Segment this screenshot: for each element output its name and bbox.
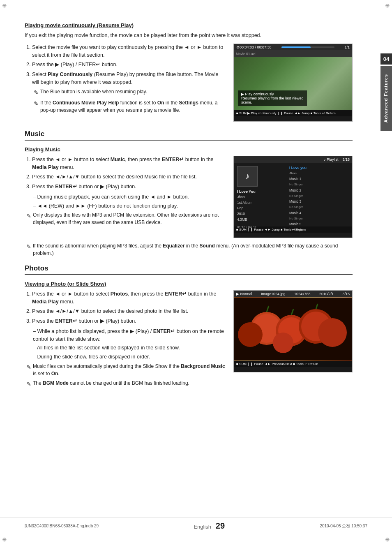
sub-bullet-item: ◄◄ (REW) and ►► (FF) buttons do not func… [33, 202, 225, 210]
step-item: Press the ▶ (Play) / ENTER↵ button. [32, 61, 225, 69]
svg-point-7 [238, 322, 263, 347]
photos-mode: ▶ Normal [236, 292, 252, 296]
note-icon: ✎ [26, 380, 31, 388]
corner-mark-bl: ⊕ [2, 536, 7, 541]
step-item: Press the ◄ or ► button to select Photos… [32, 290, 225, 306]
sub-bullet-item: All files in the file list section will … [33, 344, 225, 352]
page-number: 29 [216, 521, 225, 530]
track-info: I Love You Jhon 1st Album Pop 2010 4.3MB… [237, 189, 284, 230]
note: ✎ If the Continuous Movie Play Help func… [32, 99, 225, 114]
corner-mark-tl: ⊕ [2, 2, 7, 7]
photos-screenshot-col: ▶ Normal Image1024.jpg 1024x768 2010/2/1… [233, 290, 353, 372]
note: ✎ The Blue button is available when resu… [32, 88, 225, 97]
music-screenshot: ♪ Playlist 3/15 ♪ I Love You Jhon 1st Al… [233, 156, 353, 238]
playlist-item: Music 1No Singer [289, 176, 350, 187]
photos-toolbar-bottom: ■ SUM ❙❙ Pause ◄► Previous/Next ■ Tools … [234, 361, 352, 367]
photos-date: 2010/2/1 [319, 292, 334, 296]
movie-toolbar-top: ⚙ 00:04:03 / 00:07:38 1/1 [234, 44, 352, 51]
photos-steps-col: Press the ◄ or ► button to select Photos… [25, 290, 225, 390]
corner-mark-tr: ⊕ [385, 2, 390, 7]
music-left-pane: ♪ I Love You Jhon 1st Album Pop 2010 4.3… [234, 163, 287, 226]
svg-point-8 [318, 318, 347, 347]
step-item: Press the ENTER↵ button or ▶ (Play) butt… [32, 317, 225, 325]
step-item: Press the ENTER↵ button or ▶ (Play) butt… [32, 183, 225, 191]
note-icon: ✎ [26, 243, 31, 251]
svg-point-9 [273, 333, 293, 353]
language-label: English [194, 524, 211, 530]
footer-lang-page: English 29 [194, 521, 225, 531]
footer-file: [UN32C4000]BN68-03038A-Eng.indb 29 [25, 524, 99, 528]
footer-date: 2010-04-05 오전 10:50:37 [320, 523, 367, 529]
step-item: Press the ◄/►/▲/▼ button to select the d… [32, 173, 225, 181]
photos-sub-bullets: While a photo list is displayed, press t… [33, 328, 225, 361]
photos-steps: Press the ◄ or ► button to select Photos… [32, 290, 225, 325]
note-icon: ✎ [34, 88, 39, 97]
photos-layout: Press the ◄ or ► button to select Photos… [25, 290, 353, 390]
photos-section-title: Photos [25, 264, 353, 275]
playlist-item: I Love youJhon [289, 165, 350, 176]
photos-note-1: ✎ Music files can be automatically playe… [25, 363, 225, 377]
main-content: Playing movie continuously (Resume Play)… [25, 22, 367, 390]
music-section-title: Music [25, 130, 353, 141]
sub-bullet-item: While a photo list is displayed, press t… [33, 328, 225, 343]
photo-area [234, 297, 352, 361]
album-art: ♪ [237, 166, 258, 187]
photos-top-bar: ▶ Normal Image1024.jpg 1024x768 2010/2/1… [234, 291, 352, 297]
step-item: Select the movie file you want to play c… [32, 44, 225, 59]
resume-play-layout: Select the movie file you want to play c… [25, 44, 353, 122]
music-steps: Press the ◄ or ► button to select Music,… [32, 156, 225, 191]
side-tab-label: Advanced Features [380, 66, 392, 131]
photos-note-2: ✎ The BGM Mode cannot be changed until t… [25, 379, 225, 388]
movie-screenshot-col: ⚙ 00:04:03 / 00:07:38 1/1 Movie 01.avi ▶… [233, 44, 353, 122]
resume-play-intro: If you exit the playing movie function, … [25, 32, 353, 39]
playing-music-title: Playing Music [25, 146, 353, 153]
sub-bullet-item: During the slide show, files are display… [33, 353, 225, 361]
note-icon: ✎ [26, 212, 31, 220]
movie-video-area: ▶ Play continuously Resumes playing from… [234, 57, 352, 110]
step-item: Press the ◄/►/▲/▼ button to select the d… [32, 307, 225, 315]
page-container: ⊕ ⊕ ⊕ ⊕ 04 Advanced Features Playing mov… [0, 0, 392, 543]
note-text: Only displays the files with MP3 and PCM… [33, 211, 225, 226]
music-note-2: ✎ If the sound is abnormal when playing … [25, 242, 353, 257]
music-body: ♪ I Love You Jhon 1st Album Pop 2010 4.3… [234, 163, 352, 226]
music-sub-bullets: During music playback, you can search us… [33, 193, 225, 210]
resume-play-steps-col: Select the movie file you want to play c… [25, 44, 225, 116]
sub-bullet-item: During music playback, you can search us… [33, 193, 225, 201]
photos-resolution: 1024x768 [294, 292, 311, 296]
corner-mark-br: ⊕ [385, 536, 390, 541]
music-screenshot-col: ♪ Playlist 3/15 ♪ I Love You Jhon 1st Al… [233, 156, 353, 238]
movie-icon: ⚙ [236, 45, 240, 49]
resume-play-title: Playing movie continuously (Resume Play) [25, 22, 353, 28]
playlist-header-label: ♪ Playlist 3/15 [324, 157, 350, 162]
step-item: Select Play Continuously (Resume Play) b… [32, 71, 225, 114]
playlist-item: Music 4No Singer [289, 210, 350, 222]
playlist: I Love youJhonMusic 1No SingerMusic 2No … [289, 165, 350, 233]
music-top-bar: ♪ Playlist 3/15 [234, 156, 352, 163]
music-right-pane: I Love youJhonMusic 1No SingerMusic 2No … [287, 163, 352, 226]
note-icon: ✎ [34, 99, 39, 108]
note-text: If the sound is abnormal when playing MP… [33, 242, 353, 257]
note: ✎ Only displays the files with MP3 and P… [25, 211, 225, 226]
photos-screenshot: ▶ Normal Image1024.jpg 1024x768 2010/2/1… [233, 290, 353, 372]
movie-time: 00:04:03 / 00:07:38 [240, 45, 272, 49]
playlist-item: Music 2No Singer [289, 187, 350, 199]
note-text: Music files can be automatically played … [33, 363, 225, 377]
photo-illustration [234, 298, 352, 360]
movie-page: 1/1 [344, 45, 350, 49]
movie-screenshot: ⚙ 00:04:03 / 00:07:38 1/1 Movie 01.avi ▶… [233, 44, 353, 122]
resume-play-steps: Select the movie file you want to play c… [32, 44, 225, 114]
music-steps-col: Press the ◄ or ► button to select Music,… [25, 156, 225, 229]
music-layout: Press the ◄ or ► button to select Music,… [25, 156, 353, 238]
movie-toolbar-bottom: ■ SUM ▶ Play continuously ❙❙ Pause ◄► Ju… [234, 110, 352, 116]
note-text: If the Continuous Movie Play Help functi… [40, 99, 225, 114]
note-text: The Blue button is available when resumi… [40, 88, 225, 95]
note-text: The BGM Mode cannot be changed until the… [33, 379, 225, 387]
movie-overlay: ▶ Play continuously Resumes playing from… [238, 90, 307, 106]
viewing-photo-title: Viewing a Photo (or Slide Show) [25, 281, 353, 287]
page-footer: [UN32C4000]BN68-03038A-Eng.indb 29 Engli… [0, 518, 392, 531]
side-tab-number: 04 [380, 53, 392, 65]
photos-page: 3/15 [342, 292, 350, 296]
note-icon: ✎ [26, 363, 31, 372]
movie-filename: Movie 01.avi [234, 51, 352, 57]
photos-filename: Image1024.jpg [261, 292, 286, 296]
